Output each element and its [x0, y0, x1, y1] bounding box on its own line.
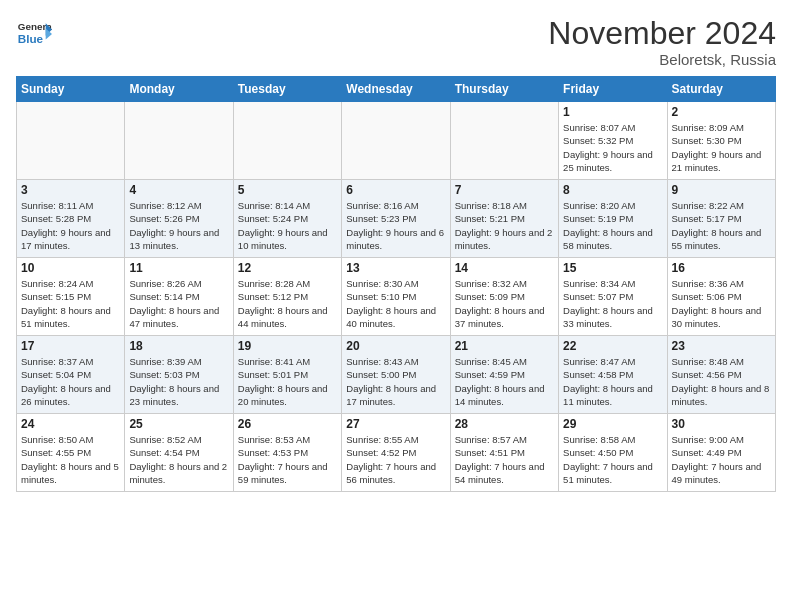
- day-info: Sunrise: 8:55 AM Sunset: 4:52 PM Dayligh…: [346, 433, 445, 486]
- day-info: Sunrise: 8:18 AM Sunset: 5:21 PM Dayligh…: [455, 199, 554, 252]
- day-number: 27: [346, 417, 445, 431]
- calendar-week-row: 24Sunrise: 8:50 AM Sunset: 4:55 PM Dayli…: [17, 414, 776, 492]
- day-number: 28: [455, 417, 554, 431]
- col-friday: Friday: [559, 77, 667, 102]
- table-row: 10Sunrise: 8:24 AM Sunset: 5:15 PM Dayli…: [17, 258, 125, 336]
- table-row: 20Sunrise: 8:43 AM Sunset: 5:00 PM Dayli…: [342, 336, 450, 414]
- day-info: Sunrise: 8:43 AM Sunset: 5:00 PM Dayligh…: [346, 355, 445, 408]
- header: General Blue November 2024 Beloretsk, Ru…: [16, 16, 776, 68]
- day-info: Sunrise: 9:00 AM Sunset: 4:49 PM Dayligh…: [672, 433, 771, 486]
- day-number: 22: [563, 339, 662, 353]
- logo: General Blue: [16, 16, 52, 52]
- calendar-week-row: 1Sunrise: 8:07 AM Sunset: 5:32 PM Daylig…: [17, 102, 776, 180]
- day-number: 18: [129, 339, 228, 353]
- day-number: 13: [346, 261, 445, 275]
- day-number: 25: [129, 417, 228, 431]
- day-info: Sunrise: 8:30 AM Sunset: 5:10 PM Dayligh…: [346, 277, 445, 330]
- calendar-week-row: 3Sunrise: 8:11 AM Sunset: 5:28 PM Daylig…: [17, 180, 776, 258]
- table-row: 5Sunrise: 8:14 AM Sunset: 5:24 PM Daylig…: [233, 180, 341, 258]
- table-row: 11Sunrise: 8:26 AM Sunset: 5:14 PM Dayli…: [125, 258, 233, 336]
- day-info: Sunrise: 8:41 AM Sunset: 5:01 PM Dayligh…: [238, 355, 337, 408]
- table-row: 2Sunrise: 8:09 AM Sunset: 5:30 PM Daylig…: [667, 102, 775, 180]
- day-number: 12: [238, 261, 337, 275]
- day-info: Sunrise: 8:24 AM Sunset: 5:15 PM Dayligh…: [21, 277, 120, 330]
- page: General Blue November 2024 Beloretsk, Ru…: [0, 0, 792, 612]
- day-number: 4: [129, 183, 228, 197]
- day-info: Sunrise: 8:48 AM Sunset: 4:56 PM Dayligh…: [672, 355, 771, 408]
- table-row: 27Sunrise: 8:55 AM Sunset: 4:52 PM Dayli…: [342, 414, 450, 492]
- col-tuesday: Tuesday: [233, 77, 341, 102]
- month-title: November 2024: [548, 16, 776, 51]
- col-wednesday: Wednesday: [342, 77, 450, 102]
- day-info: Sunrise: 8:47 AM Sunset: 4:58 PM Dayligh…: [563, 355, 662, 408]
- day-number: 6: [346, 183, 445, 197]
- day-info: Sunrise: 8:34 AM Sunset: 5:07 PM Dayligh…: [563, 277, 662, 330]
- table-row: 4Sunrise: 8:12 AM Sunset: 5:26 PM Daylig…: [125, 180, 233, 258]
- table-row: 29Sunrise: 8:58 AM Sunset: 4:50 PM Dayli…: [559, 414, 667, 492]
- table-row: [342, 102, 450, 180]
- table-row: 9Sunrise: 8:22 AM Sunset: 5:17 PM Daylig…: [667, 180, 775, 258]
- day-info: Sunrise: 8:28 AM Sunset: 5:12 PM Dayligh…: [238, 277, 337, 330]
- day-info: Sunrise: 8:26 AM Sunset: 5:14 PM Dayligh…: [129, 277, 228, 330]
- table-row: 13Sunrise: 8:30 AM Sunset: 5:10 PM Dayli…: [342, 258, 450, 336]
- day-info: Sunrise: 8:57 AM Sunset: 4:51 PM Dayligh…: [455, 433, 554, 486]
- table-row: 19Sunrise: 8:41 AM Sunset: 5:01 PM Dayli…: [233, 336, 341, 414]
- table-row: 23Sunrise: 8:48 AM Sunset: 4:56 PM Dayli…: [667, 336, 775, 414]
- col-monday: Monday: [125, 77, 233, 102]
- day-number: 10: [21, 261, 120, 275]
- day-number: 20: [346, 339, 445, 353]
- day-number: 17: [21, 339, 120, 353]
- location: Beloretsk, Russia: [548, 51, 776, 68]
- day-info: Sunrise: 8:22 AM Sunset: 5:17 PM Dayligh…: [672, 199, 771, 252]
- day-number: 9: [672, 183, 771, 197]
- calendar-week-row: 10Sunrise: 8:24 AM Sunset: 5:15 PM Dayli…: [17, 258, 776, 336]
- day-number: 21: [455, 339, 554, 353]
- table-row: 12Sunrise: 8:28 AM Sunset: 5:12 PM Dayli…: [233, 258, 341, 336]
- table-row: 8Sunrise: 8:20 AM Sunset: 5:19 PM Daylig…: [559, 180, 667, 258]
- title-block: November 2024 Beloretsk, Russia: [548, 16, 776, 68]
- day-info: Sunrise: 8:58 AM Sunset: 4:50 PM Dayligh…: [563, 433, 662, 486]
- table-row: 22Sunrise: 8:47 AM Sunset: 4:58 PM Dayli…: [559, 336, 667, 414]
- day-info: Sunrise: 8:52 AM Sunset: 4:54 PM Dayligh…: [129, 433, 228, 486]
- table-row: 1Sunrise: 8:07 AM Sunset: 5:32 PM Daylig…: [559, 102, 667, 180]
- day-number: 24: [21, 417, 120, 431]
- day-info: Sunrise: 8:32 AM Sunset: 5:09 PM Dayligh…: [455, 277, 554, 330]
- table-row: 28Sunrise: 8:57 AM Sunset: 4:51 PM Dayli…: [450, 414, 558, 492]
- day-info: Sunrise: 8:11 AM Sunset: 5:28 PM Dayligh…: [21, 199, 120, 252]
- logo-icon: General Blue: [16, 16, 52, 52]
- table-row: 17Sunrise: 8:37 AM Sunset: 5:04 PM Dayli…: [17, 336, 125, 414]
- svg-text:Blue: Blue: [18, 32, 44, 45]
- table-row: 15Sunrise: 8:34 AM Sunset: 5:07 PM Dayli…: [559, 258, 667, 336]
- day-info: Sunrise: 8:37 AM Sunset: 5:04 PM Dayligh…: [21, 355, 120, 408]
- day-number: 3: [21, 183, 120, 197]
- day-info: Sunrise: 8:45 AM Sunset: 4:59 PM Dayligh…: [455, 355, 554, 408]
- table-row: 18Sunrise: 8:39 AM Sunset: 5:03 PM Dayli…: [125, 336, 233, 414]
- table-row: 6Sunrise: 8:16 AM Sunset: 5:23 PM Daylig…: [342, 180, 450, 258]
- table-row: [233, 102, 341, 180]
- day-info: Sunrise: 8:14 AM Sunset: 5:24 PM Dayligh…: [238, 199, 337, 252]
- day-number: 8: [563, 183, 662, 197]
- day-info: Sunrise: 8:20 AM Sunset: 5:19 PM Dayligh…: [563, 199, 662, 252]
- day-info: Sunrise: 8:36 AM Sunset: 5:06 PM Dayligh…: [672, 277, 771, 330]
- weekday-header-row: Sunday Monday Tuesday Wednesday Thursday…: [17, 77, 776, 102]
- day-info: Sunrise: 8:39 AM Sunset: 5:03 PM Dayligh…: [129, 355, 228, 408]
- table-row: 14Sunrise: 8:32 AM Sunset: 5:09 PM Dayli…: [450, 258, 558, 336]
- day-number: 5: [238, 183, 337, 197]
- table-row: 30Sunrise: 9:00 AM Sunset: 4:49 PM Dayli…: [667, 414, 775, 492]
- day-number: 29: [563, 417, 662, 431]
- day-number: 7: [455, 183, 554, 197]
- col-saturday: Saturday: [667, 77, 775, 102]
- col-thursday: Thursday: [450, 77, 558, 102]
- day-info: Sunrise: 8:50 AM Sunset: 4:55 PM Dayligh…: [21, 433, 120, 486]
- calendar-week-row: 17Sunrise: 8:37 AM Sunset: 5:04 PM Dayli…: [17, 336, 776, 414]
- day-number: 23: [672, 339, 771, 353]
- day-info: Sunrise: 8:12 AM Sunset: 5:26 PM Dayligh…: [129, 199, 228, 252]
- day-info: Sunrise: 8:07 AM Sunset: 5:32 PM Dayligh…: [563, 121, 662, 174]
- day-info: Sunrise: 8:16 AM Sunset: 5:23 PM Dayligh…: [346, 199, 445, 252]
- table-row: [450, 102, 558, 180]
- day-number: 26: [238, 417, 337, 431]
- day-number: 1: [563, 105, 662, 119]
- col-sunday: Sunday: [17, 77, 125, 102]
- table-row: 7Sunrise: 8:18 AM Sunset: 5:21 PM Daylig…: [450, 180, 558, 258]
- table-row: 26Sunrise: 8:53 AM Sunset: 4:53 PM Dayli…: [233, 414, 341, 492]
